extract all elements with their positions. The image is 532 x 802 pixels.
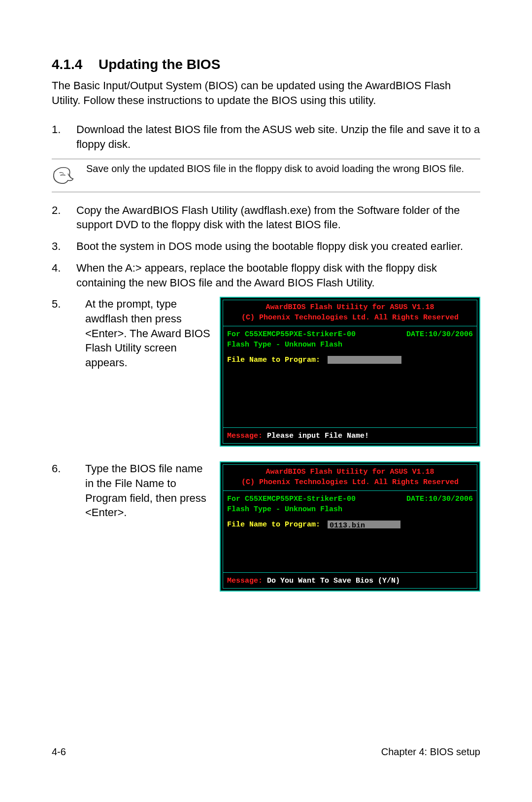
step-number: 2. <box>52 203 76 232</box>
terminal-date: DATE:10/30/2006 <box>406 494 473 504</box>
terminal-title: AwardBIOS Flash Utility for ASUS V1.18 <box>227 302 473 313</box>
note-text: Save only the updated BIOS file in the f… <box>86 162 480 175</box>
terminal-copyright: (C) Phoenix Technologies Ltd. All Rights… <box>227 313 473 323</box>
page-footer: 4-6 Chapter 4: BIOS setup <box>52 746 480 758</box>
terminal-title: AwardBIOS Flash Utility for ASUS V1.18 <box>227 467 473 477</box>
terminal-file-prompt: File Name to Program: <box>227 521 320 529</box>
terminal-message-label: Message: <box>227 577 263 585</box>
terminal-message-label: Message: <box>227 432 263 440</box>
step-6: 6. Type the BIOS file name in the File N… <box>52 461 480 592</box>
manual-page: 4.1.4Updating the BIOS The Basic Input/O… <box>0 0 532 802</box>
step-text: When the A:> appears, replace the bootab… <box>76 261 480 290</box>
note-callout: Save only the updated BIOS file in the f… <box>52 159 480 192</box>
terminal-file-prompt: File Name to Program: <box>227 356 320 364</box>
step-number: 4. <box>52 261 76 290</box>
step-number: 3. <box>52 239 76 254</box>
terminal-file-value: 0113.bin <box>330 522 365 530</box>
step-2: 2. Copy the AwardBIOS Flash Utility (awd… <box>52 203 480 232</box>
step-4: 4. When the A:> appears, replace the boo… <box>52 261 480 290</box>
step-text: At the prompt, type awdflash then press … <box>85 297 211 370</box>
intro-paragraph: The Basic Input/Output System (BIOS) can… <box>52 78 480 107</box>
terminal-date: DATE:10/30/2006 <box>406 329 473 340</box>
terminal-file-input[interactable]: 0113.bin <box>328 521 400 528</box>
terminal-message-text: Do You Want To Save Bios (Y/N) <box>267 577 400 585</box>
step-number: 5. <box>52 297 76 312</box>
step-number: 6. <box>52 461 76 476</box>
terminal-message-text: Please input File Name! <box>267 432 369 440</box>
bios-terminal-1: AwardBIOS Flash Utility for ASUS V1.18 (… <box>220 297 480 447</box>
terminal-file-input[interactable] <box>328 356 401 364</box>
section-heading: 4.1.4Updating the BIOS <box>52 57 480 72</box>
step-3: 3. Boot the system in DOS mode using the… <box>52 239 480 254</box>
step-5: 5. At the prompt, type awdflash then pre… <box>52 297 480 447</box>
step-1: 1. Download the latest BIOS file from th… <box>52 122 480 151</box>
note-hand-icon <box>52 162 86 187</box>
terminal-flash-type: Flash Type - Unknown Flash <box>227 340 473 350</box>
step-text: Boot the system in DOS mode using the bo… <box>76 239 480 254</box>
terminal-flash-type: Flash Type - Unknown Flash <box>227 504 473 515</box>
step-number: 1. <box>52 122 76 151</box>
terminal-copyright: (C) Phoenix Technologies Ltd. All Rights… <box>227 477 473 488</box>
step-text: Copy the AwardBIOS Flash Utility (awdfla… <box>76 203 480 232</box>
terminal-board: For C55XEMCP55PXE-StrikerE-00 <box>227 329 356 340</box>
footer-chapter: Chapter 4: BIOS setup <box>381 746 480 758</box>
section-number: 4.1.4 <box>52 57 99 72</box>
step-text: Download the latest BIOS file from the A… <box>76 122 480 151</box>
bios-terminal-2: AwardBIOS Flash Utility for ASUS V1.18 (… <box>220 461 480 592</box>
section-title: Updating the BIOS <box>99 57 220 72</box>
footer-page-number: 4-6 <box>52 746 66 758</box>
terminal-board: For C55XEMCP55PXE-StrikerE-00 <box>227 494 356 504</box>
step-text: Type the BIOS file name in the File Name… <box>85 461 211 520</box>
